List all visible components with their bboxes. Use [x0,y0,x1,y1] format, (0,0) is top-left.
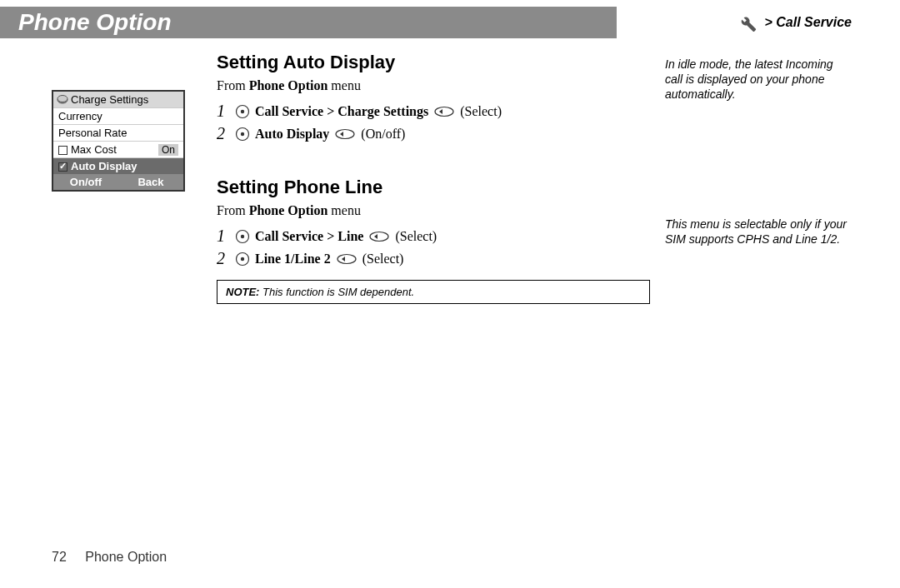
side-note-2: This menu is selectable only if your SIM… [665,217,848,247]
svg-point-13 [338,254,356,263]
softkey-icon [334,128,356,140]
screenshot-header: Charge Settings [53,92,183,107]
step-2-1: 1 Call Service > Line (Select) [217,227,650,246]
softkey-left: On/off [53,174,118,190]
page-title: Phone Option [18,9,172,36]
footer-label: Phone Option [85,550,167,564]
checkbox-checked-icon [58,162,68,172]
softkey-icon [433,106,455,117]
softkey-right: Back [118,174,183,190]
svg-point-4 [435,107,453,116]
page-number: 72 [52,550,67,564]
svg-point-3 [241,109,244,112]
screenshot-row-currency: Currency [53,107,183,124]
step-1-2: 2 Auto Display (On/off) [217,124,650,143]
side-note-1: In idle mode, the latest Incoming call i… [665,57,848,102]
nav-key-icon [235,229,250,244]
svg-point-7 [336,129,354,138]
nav-key-icon [235,104,250,119]
svg-point-1 [58,95,68,102]
nav-key-icon [235,252,250,267]
step-1-1: 1 Call Service > Charge Settings (Select… [217,102,650,121]
from-line-2: From Phone Option menu [217,203,650,218]
breadcrumb-area: > Call Service [736,12,852,33]
section-title-auto-display: Setting Auto Display [217,52,650,73]
on-badge: On [158,144,178,156]
svg-point-12 [241,257,244,260]
svg-point-10 [370,232,388,241]
softkey-icon [336,253,358,265]
nav-key-icon [235,127,250,142]
screenshot-header-text: Charge Settings [71,93,148,106]
from-line-1: From Phone Option menu [217,78,650,93]
section-title-phone-line: Setting Phone Line [217,177,650,198]
breadcrumb: > Call Service [764,15,852,30]
coin-icon [57,94,68,106]
phone-screenshot: Charge Settings Currency Personal Rate M… [52,90,185,192]
note-box: NOTE: This function is SIM dependent. [217,280,650,304]
svg-point-9 [241,234,244,237]
wrench-icon [736,12,758,33]
page-footer: 72 Phone Option [52,550,167,565]
screenshot-row-auto-display: Auto Display [53,157,183,174]
screenshot-row-max-cost: Max Cost On [53,141,183,157]
screenshot-softkeys: On/off Back [53,174,183,190]
header-bar: Phone Option [0,7,617,38]
checkbox-empty-icon [58,146,68,155]
step-2-2: 2 Line 1/Line 2 (Select) [217,249,650,268]
svg-point-6 [241,132,244,135]
softkey-icon [368,231,390,242]
screenshot-row-personal-rate: Personal Rate [53,124,183,141]
